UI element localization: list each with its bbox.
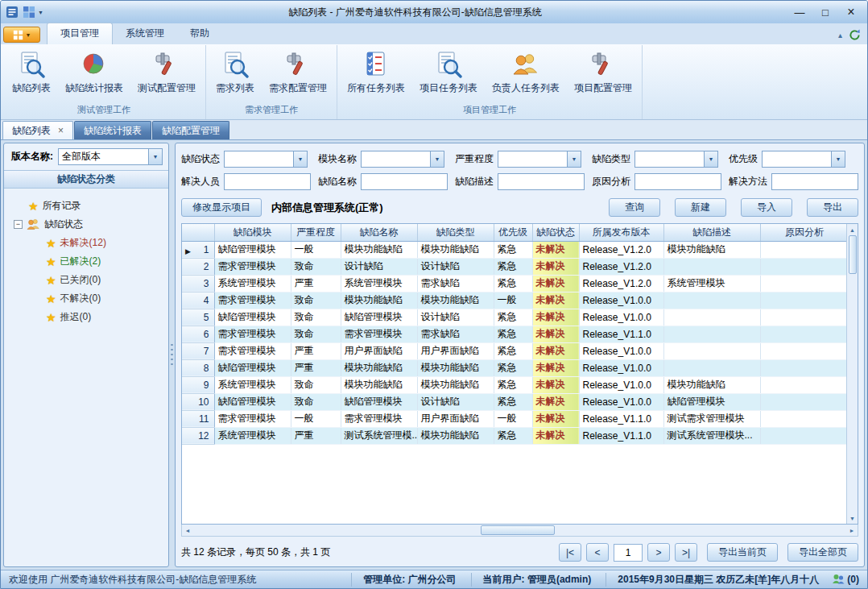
ribbon-tab-1[interactable]: 项目管理 bbox=[47, 23, 113, 44]
grid-cell[interactable]: 模块功能缺陷 bbox=[417, 376, 494, 393]
vertical-scroll-thumb[interactable] bbox=[849, 235, 857, 274]
grid-row-6[interactable]: 6需求管理模块致命需求管理模块需求缺陷紧急未解决Release_V1.1.0 bbox=[182, 326, 846, 342]
dropdown-arrow-icon[interactable]: ▼ bbox=[293, 151, 307, 167]
grid-cell[interactable]: 系统管理模块 bbox=[663, 275, 760, 292]
grid-cell[interactable]: 缺陷管理模块 bbox=[214, 309, 291, 326]
tab-close-icon[interactable]: × bbox=[58, 126, 64, 135]
filter-input[interactable] bbox=[498, 173, 585, 190]
grid-cell[interactable] bbox=[760, 359, 846, 376]
grid-cell[interactable]: 致命 bbox=[291, 393, 341, 410]
grid-cell[interactable]: 紧急 bbox=[494, 376, 532, 393]
grid-cell[interactable]: 紧急 bbox=[494, 342, 532, 359]
grid-cell[interactable]: 紧急 bbox=[494, 275, 532, 292]
grid-cell[interactable]: 模块功能缺陷 bbox=[663, 376, 760, 393]
grid-cell[interactable] bbox=[663, 342, 760, 359]
ribbon-button[interactable]: 负责人任务列表 bbox=[485, 48, 567, 97]
export-button[interactable]: 导出 bbox=[807, 198, 858, 217]
tree-node-3[interactable]: ★未解决(12) bbox=[6, 234, 167, 252]
grid-cell[interactable]: 测试系统管理模块... bbox=[663, 427, 760, 444]
grid-cell[interactable]: 模块功能缺陷 bbox=[341, 241, 417, 258]
minimize-button[interactable]: — bbox=[787, 3, 812, 21]
grid-cell[interactable]: 紧急 bbox=[494, 393, 532, 410]
grid-cell[interactable]: 模块功能缺陷 bbox=[417, 292, 494, 309]
version-combo[interactable]: 全部版本 ▼ bbox=[58, 148, 163, 165]
horizontal-scrollbar[interactable]: ◄ ► bbox=[181, 525, 858, 537]
grid-cell[interactable]: 模块功能缺陷 bbox=[417, 241, 494, 258]
horizontal-scroll-thumb[interactable] bbox=[481, 525, 555, 535]
ribbon-button[interactable]: 测试配置管理 bbox=[130, 48, 203, 97]
grid-row-3[interactable]: 3系统管理模块严重系统管理模块需求缺陷紧急未解决Release_V1.2.0系统… bbox=[182, 275, 846, 292]
doc-tab-1[interactable]: 缺陷列表× bbox=[2, 121, 73, 139]
ribbon-button[interactable]: 项目配置管理 bbox=[567, 48, 639, 97]
ribbon-button[interactable]: 需求列表 bbox=[209, 48, 262, 97]
grid-cell[interactable]: 一般 bbox=[291, 241, 341, 258]
grid-cell[interactable]: 未解决 bbox=[532, 326, 579, 342]
grid-cell[interactable]: 缺陷管理模块 bbox=[214, 241, 291, 258]
ribbon-button[interactable]: 项目任务列表 bbox=[412, 48, 485, 97]
grid-cell[interactable]: 需求管理模块 bbox=[341, 326, 417, 342]
grid-cell[interactable]: 模块功能缺陷 bbox=[417, 359, 494, 376]
column-header-6[interactable]: 优先级 bbox=[494, 224, 532, 241]
grid-cell[interactable]: 未解决 bbox=[532, 292, 579, 309]
grid-cell[interactable] bbox=[760, 393, 846, 410]
horizontal-scroll-track[interactable] bbox=[193, 525, 846, 536]
close-button[interactable]: × bbox=[838, 3, 864, 21]
grid-cell[interactable]: 未解决 bbox=[532, 309, 579, 326]
column-header-9[interactable]: 缺陷描述 bbox=[663, 224, 760, 241]
grid-cell[interactable] bbox=[760, 258, 846, 275]
grid-cell[interactable]: 需求管理模块 bbox=[341, 410, 417, 427]
column-header-2[interactable]: 缺陷模块 bbox=[214, 224, 291, 241]
prev-page-button[interactable]: < bbox=[586, 543, 609, 562]
expander-icon[interactable]: − bbox=[14, 220, 23, 229]
filter-combo[interactable]: ▼ bbox=[634, 151, 718, 168]
grid-cell[interactable]: 紧急 bbox=[494, 427, 532, 444]
grid-row-10[interactable]: 10缺陷管理模块致命缺陷管理模块设计缺陷紧急未解决Release_V1.0.0缺… bbox=[182, 393, 846, 410]
grid-cell[interactable]: 需求缺陷 bbox=[417, 275, 494, 292]
scroll-down-icon[interactable]: ▼ bbox=[849, 513, 855, 523]
grid-row-7[interactable]: 7需求管理模块严重用户界面缺陷用户界面缺陷紧急未解决Release_V1.0.0 bbox=[182, 342, 846, 359]
grid-cell[interactable]: 一般 bbox=[291, 410, 341, 427]
grid-cell[interactable]: 一般 bbox=[494, 292, 532, 309]
grid-cell[interactable] bbox=[760, 275, 846, 292]
grid-cell[interactable]: 设计缺陷 bbox=[417, 393, 494, 410]
grid-cell[interactable]: 模块功能缺陷 bbox=[663, 241, 760, 258]
grid-cell[interactable]: Release_V1.1.0 bbox=[579, 326, 663, 342]
next-page-button[interactable]: > bbox=[647, 543, 670, 562]
column-header-10[interactable]: 原因分析 bbox=[760, 224, 846, 241]
grid-row-2[interactable]: 2需求管理模块致命设计缺陷设计缺陷紧急未解决Release_V1.2.0 bbox=[182, 258, 846, 275]
dropdown-arrow-icon[interactable]: ▼ bbox=[430, 151, 444, 167]
grid-row-1[interactable]: ▶1缺陷管理模块一般模块功能缺陷模块功能缺陷紧急未解决Release_V1.2.… bbox=[182, 241, 846, 258]
grid-cell[interactable]: 未解决 bbox=[532, 342, 579, 359]
dropdown-arrow-icon[interactable]: ▼ bbox=[148, 149, 162, 164]
export-all-pages-button[interactable]: 导出全部页 bbox=[787, 543, 858, 562]
scroll-left-icon[interactable]: ◄ bbox=[182, 528, 193, 533]
grid-cell[interactable]: 紧急 bbox=[494, 326, 532, 342]
quick-access-dropdown-icon[interactable]: ▼ bbox=[38, 10, 43, 15]
grid-cell[interactable] bbox=[663, 309, 760, 326]
grid-cell[interactable] bbox=[663, 292, 760, 309]
new-button[interactable]: 新建 bbox=[675, 198, 726, 217]
grid-cell[interactable]: Release_V1.0.0 bbox=[579, 309, 663, 326]
grid-cell[interactable]: 致命 bbox=[291, 376, 341, 393]
tree-node-1[interactable]: ★所有记录 bbox=[6, 197, 167, 215]
splitter[interactable] bbox=[169, 143, 175, 567]
ribbon-button[interactable]: 所有任务列表 bbox=[340, 48, 412, 97]
grid-cell[interactable]: 需求缺陷 bbox=[417, 326, 494, 342]
grid-cell[interactable]: 致命 bbox=[291, 258, 341, 275]
style-refresh-icon[interactable] bbox=[849, 29, 861, 41]
grid-cell[interactable]: 未解决 bbox=[532, 393, 579, 410]
vertical-scrollbar[interactable]: ▲ ▼ bbox=[846, 224, 858, 524]
grid-cell[interactable] bbox=[760, 241, 846, 258]
grid-cell[interactable]: 系统管理模块 bbox=[214, 427, 291, 444]
grid-cell[interactable] bbox=[760, 342, 846, 359]
grid-cell[interactable]: 未解决 bbox=[532, 275, 579, 292]
tree-node-6[interactable]: ★不解决(0) bbox=[6, 289, 167, 308]
grid-cell[interactable]: 模块功能缺陷 bbox=[341, 359, 417, 376]
grid-cell[interactable]: Release_V1.0.0 bbox=[579, 359, 663, 376]
page-number-input[interactable] bbox=[614, 544, 643, 562]
grid-cell[interactable]: 需求管理模块 bbox=[214, 410, 291, 427]
grid-cell[interactable] bbox=[760, 376, 846, 393]
grid-cell[interactable] bbox=[760, 427, 846, 444]
grid-row-9[interactable]: 9系统管理模块致命模块功能缺陷模块功能缺陷紧急未解决Release_V1.0.0… bbox=[182, 376, 846, 393]
collapse-ribbon-icon[interactable]: ▴ bbox=[838, 31, 842, 39]
